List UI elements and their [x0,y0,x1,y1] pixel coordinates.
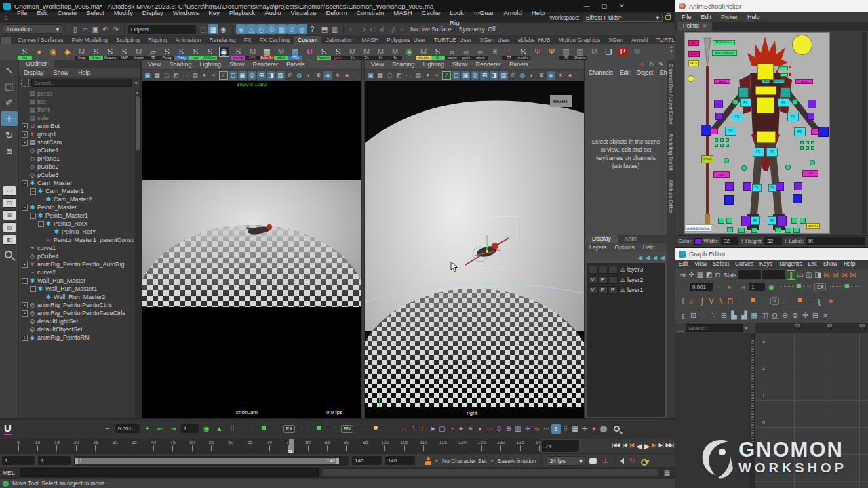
viewport-tool-icon[interactable]: ◈ [323,71,332,80]
tween-slider[interactable] [300,428,336,430]
label-field[interactable]: IK [806,237,865,245]
animbot-tool-button[interactable]: ⊕ [504,424,513,434]
shelf-tool[interactable]: ❏ [601,45,616,60]
expand-toggle[interactable] [22,115,28,121]
picker-control-button[interactable] [715,113,723,120]
playback-button[interactable]: |◀ [621,442,628,451]
shelf-tab[interactable]: Motion Graphics [554,36,604,44]
shelf-tool[interactable]: ▦ BakeOn [260,45,274,60]
viewport-tool-icon[interactable]: ✦ [423,71,432,80]
picker-control-button[interactable] [807,113,814,120]
shelf-tool[interactable]: M [630,45,644,60]
viewport-tool-icon[interactable]: ◻ [229,71,237,80]
graph-editor-menu-item[interactable]: View [692,260,710,268]
viewport-menu-item[interactable]: Shading [388,60,418,69]
viewport-tool-icon[interactable]: ☀ [333,71,342,80]
picker-control-button[interactable]: ARM [795,79,813,84]
outliner-tab[interactable]: Outliner [19,60,54,68]
picker-canvas[interactable]: ALLBODYFACEAll_NoMasterBody_NoMasterJAWM… [684,32,830,234]
viewport-tool-icon[interactable]: ⊞ [257,71,266,80]
command-input[interactable] [20,468,319,477]
expand-toggle[interactable]: + [22,310,28,317]
snap-button[interactable]: ⊘ [287,24,297,34]
arrow-left-icon[interactable]: ⇤ [155,424,165,434]
picker-control-button[interactable]: FK [740,98,751,107]
bn-toggle[interactable]: BN [341,425,353,433]
graph-tool-button[interactable]: ▭ [795,270,804,280]
file-button[interactable]: ↶ [100,24,111,34]
picker-control-button[interactable] [811,141,814,144]
layer-reference-cell[interactable] [608,266,618,274]
decrement-button[interactable]: − [102,424,113,434]
curve-tool-button[interactable]: ε [678,311,688,321]
outliner-scrollbar[interactable] [135,89,140,418]
width-field[interactable]: 32 [721,237,738,245]
decrement-button[interactable]: − [678,283,688,292]
playback-button[interactable]: ▶| [650,442,657,451]
character-set-selector[interactable]: No Character Set [442,458,487,464]
picker-control-button[interactable] [738,87,749,98]
animbot-tool-button[interactable]: ✛ [580,424,589,434]
tool-button[interactable]: ⬚ [1,79,18,94]
viewport-menu-item[interactable]: Panels [505,60,532,69]
picker-control-button[interactable]: FACE [688,60,699,66]
animbot-tool-button[interactable]: ▢ [437,424,447,434]
layer-color-icon[interactable]: △ [618,266,627,272]
picker-menu-item[interactable]: File [677,12,696,22]
viewport-right[interactable]: ViewShadingLightingShowRendererPanels ▣▦… [364,60,585,418]
anim-layer-selector[interactable]: BaseAnimation [498,458,536,464]
ease-curve-icon[interactable]: ʅ [814,296,825,306]
shelf-tool[interactable]: ▥ All [559,45,573,60]
animbot-tool-button[interactable]: ∿ [532,424,542,434]
viewport-tool-icon[interactable]: ▥ [276,71,285,80]
layer-filter-button[interactable]: ◀ [660,254,665,261]
viewport-tool-icon[interactable]: ❋ [314,71,323,80]
shelf-tab[interactable]: Poly Modeling [68,36,112,44]
filter-icon[interactable] [677,325,684,332]
picker-control-button[interactable] [800,141,804,144]
picker-control-button[interactable] [794,182,802,190]
auto-keyframe-icon[interactable] [641,459,649,463]
animbot-tool-button[interactable]: \ [409,424,418,434]
layer-playback-cell[interactable]: P [598,276,608,284]
playback-button[interactable]: ◀ [635,442,642,451]
picker-control-button[interactable]: FK [751,216,760,225]
animbot-tool-button[interactable]: ✛ [523,424,532,434]
graph-tool-button[interactable]: ⋈ [848,270,857,280]
curve-tool-button[interactable]: ▦ [749,311,760,321]
expand-toggle[interactable]: − [38,221,44,227]
viewport-tool-icon[interactable]: ✛ [433,71,441,80]
picker-control-button[interactable] [720,144,724,147]
shelf-tool[interactable]: S Iso [18,45,32,60]
shelf-tool[interactable]: M [587,45,601,60]
shelf-tab[interactable]: Sculpting [112,36,144,44]
auto-key-chat-icon[interactable] [589,458,597,464]
file-button[interactable]: ↷ [111,24,121,34]
layer-editor-tab[interactable]: Display [585,235,618,243]
viewport-menu-item[interactable]: Renderer [248,60,282,69]
power-icon[interactable]: ◉ [766,283,776,292]
layer-filter-button[interactable]: ◀ [645,254,650,261]
outliner-item[interactable]: + ◆ animRig_PeintoRN [19,333,134,342]
layer-playback-cell[interactable]: P [598,286,608,294]
picker-control-button[interactable] [793,194,802,203]
picker-control-button[interactable] [777,216,787,226]
animbot-tool-button[interactable]: 8 [494,424,504,434]
picker-control-button[interactable]: SPEAR [701,155,713,163]
chevron-down-icon[interactable]: ▼ [490,459,494,463]
picker-control-button[interactable]: FK [778,98,789,107]
playback-button[interactable]: ▶| [657,442,664,451]
picker-control-button[interactable]: MOUTH [773,79,785,83]
shelf-tool[interactable]: Ψ [530,45,545,60]
graph-tool-button[interactable]: ⋈ [831,270,840,280]
arrow-right-icon[interactable]: ⇥ [737,283,747,292]
menu-item[interactable]: mGear [469,7,498,28]
picker-control-button[interactable] [800,218,806,224]
outliner-search-input[interactable] [31,79,132,87]
layer-filter-button[interactable]: ◀ [652,254,657,261]
snap-button[interactable]: ? [307,24,317,34]
window-control-button[interactable]: ▢ [595,0,613,12]
outliner-menu-item[interactable]: Show [49,68,74,77]
outliner-item[interactable]: ▤ front [19,106,134,114]
channel-box-menu-item[interactable]: Channels [585,69,616,76]
